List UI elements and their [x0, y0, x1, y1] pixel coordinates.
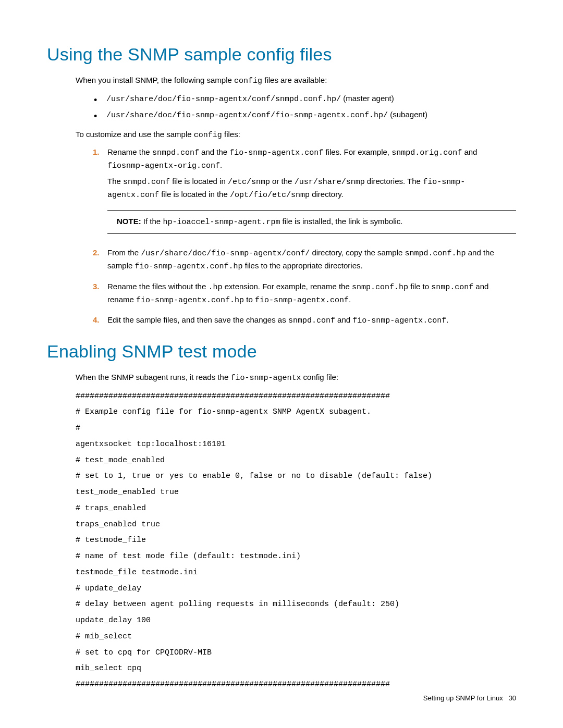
footer-text: Setting up SNMP for Linux [423, 694, 503, 702]
section2-intro: When the SNMP subagent runs, it reads th… [47, 371, 516, 384]
text: file is located in [170, 177, 228, 186]
inline-code: fio-snmp-agentx.conf.hp [136, 296, 244, 305]
inline-code: /etc/snmp [228, 178, 270, 187]
inline-code: snmpd.orig.conf [391, 149, 462, 157]
text: To customize and use the sample [76, 130, 194, 139]
inline-code: fiosnmp-agentx-orig.conf [107, 162, 220, 170]
text: directory. [310, 190, 344, 199]
inline-code: fio-snmp-agentx.conf [255, 296, 349, 305]
text: (master agent) [341, 94, 394, 103]
inline-code: /usr/share/snmp [295, 178, 365, 187]
page-number: 30 [509, 694, 516, 702]
intro-paragraph: When you install SNMP, the following sam… [47, 74, 516, 87]
step-3: Rename the files without the .hp extensi… [93, 280, 516, 307]
text: files: [222, 130, 240, 139]
text: config file: [301, 373, 338, 381]
text: (subagent) [388, 110, 427, 119]
section-heading-using-snmp: Using the SNMP sample config files [47, 44, 516, 65]
inline-code: /opt/fio/etc/snmp [230, 191, 310, 200]
divider [107, 233, 516, 234]
text: file is installed, the link is symbolic. [280, 217, 402, 226]
page-footer: Setting up SNMP for Linux 30 [423, 694, 516, 702]
inline-code: /usr/share/doc/fio-snmp-agentx/conf/ [141, 249, 310, 258]
text: and [335, 315, 352, 324]
step-1: Rename the snmpd.conf and the fio-snmp-a… [93, 146, 516, 235]
text: Rename the [107, 147, 152, 156]
numbered-list: Rename the snmpd.conf and the fio-snmp-a… [47, 146, 516, 327]
text: file to [408, 282, 431, 291]
text: file is located in the [159, 190, 230, 199]
text: or the [270, 177, 295, 186]
inline-code: fio-snmp-agentx [230, 374, 301, 382]
inline-code: snmp.conf [431, 283, 473, 292]
customize-paragraph: To customize and use the sample config f… [47, 128, 516, 141]
note-block: NOTE: If the hp-ioaccel-snmp-agent.rpm f… [107, 210, 516, 235]
list-item: /usr/share/doc/fio-snmp-agentx/conf/fio-… [94, 107, 516, 124]
section-heading-enabling-test-mode: Enabling SNMP test mode [47, 341, 516, 362]
file-path: /usr/share/doc/fio-snmp-agentx/conf/snmp… [106, 95, 341, 104]
file-path: /usr/share/doc/fio-snmp-agentx/conf/fio-… [106, 111, 388, 120]
step-4: Edit the sample files, and then save the… [93, 314, 516, 327]
text: . [446, 315, 448, 324]
inline-code: hp-ioaccel-snmp-agent.rpm [163, 218, 280, 227]
text: and [462, 147, 477, 156]
inline-code: fio-snmp-agentx.conf.hp [135, 262, 243, 271]
inline-code: config [194, 131, 222, 140]
text: From the [107, 248, 141, 257]
text: Edit the sample files, and then save the… [107, 315, 288, 324]
step-2: From the /usr/share/doc/fio-snmp-agentx/… [93, 246, 516, 273]
text: If the [143, 217, 163, 226]
inline-code: fio-snmp-agentx.conf [352, 316, 446, 325]
inline-code: snmpd.conf [288, 316, 335, 325]
text: files to the appropriate directories. [243, 261, 363, 270]
text: When you install SNMP, the following sam… [76, 76, 234, 84]
inline-code: snmpd.conf [152, 149, 199, 157]
text: Rename the files without the [107, 282, 208, 291]
document-page: Using the SNMP sample config files When … [0, 0, 563, 728]
text: . [220, 161, 222, 169]
text: directories. The [365, 177, 423, 186]
inline-code: config [234, 77, 262, 85]
step-1-detail: The snmpd.conf file is located in /etc/s… [107, 175, 516, 202]
note-content: NOTE: If the hp-ioaccel-snmp-agent.rpm f… [107, 211, 516, 234]
inline-code: fio-snmp-agentx.conf [229, 149, 323, 157]
text: directory, copy the sample [310, 248, 405, 257]
text: When the SNMP subagent runs, it reads th… [76, 373, 230, 381]
text: to [244, 295, 255, 304]
inline-code: snmp.conf.hp [352, 283, 408, 292]
text: files are available: [262, 76, 327, 84]
text: and the [199, 147, 229, 156]
inline-code: snmpd.conf [123, 178, 170, 187]
inline-code: .hp [208, 283, 222, 292]
config-file-block: ########################################… [47, 389, 516, 693]
text: . [349, 295, 351, 304]
text: extension. For example, rename the [222, 282, 351, 291]
inline-code: snmpd.conf.hp [405, 249, 466, 258]
list-item: /usr/share/doc/fio-snmp-agentx/conf/snmp… [94, 91, 516, 107]
text: The [107, 177, 123, 186]
text: files. For example, [323, 147, 391, 156]
bullet-list: /usr/share/doc/fio-snmp-agentx/conf/snmp… [47, 91, 516, 123]
note-label: NOTE: [117, 217, 143, 226]
